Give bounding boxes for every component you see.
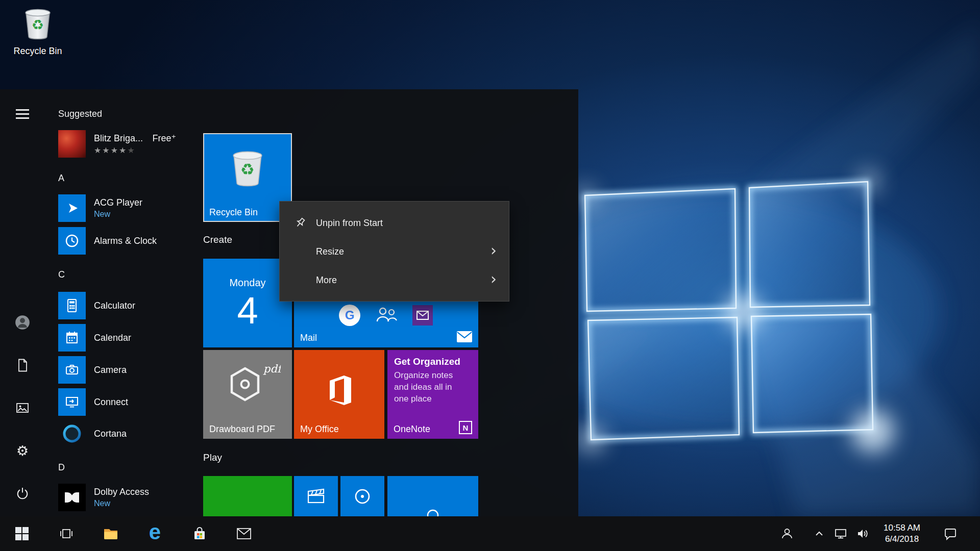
clock-time: 10:58 AM: [884, 522, 920, 534]
onenote-mini-icon: N: [459, 421, 472, 434]
mail-taskbar-icon: [237, 528, 251, 539]
recycle-bin-icon: ♻: [21, 4, 54, 42]
task-view-button[interactable]: [44, 516, 88, 551]
app-list-item-cortana[interactable]: Cortana: [58, 420, 211, 447]
tile-groove-music[interactable]: [340, 476, 384, 516]
section-letter-a[interactable]: A: [58, 172, 64, 184]
file-explorer-button[interactable]: [88, 516, 133, 551]
tile-wide-blue[interactable]: [387, 476, 478, 516]
start-button[interactable]: [0, 516, 44, 551]
mail-button[interactable]: [222, 516, 266, 551]
connect-icon: [58, 388, 86, 416]
mail-envelope-icon: [457, 331, 472, 342]
acg-player-icon: [58, 194, 86, 222]
dolby-access-icon: [58, 484, 86, 511]
documents-button[interactable]: [8, 353, 37, 378]
app-list-item-calendar[interactable]: Calendar: [58, 324, 211, 352]
app-list-item-calculator[interactable]: Calculator: [58, 292, 211, 319]
drawboard-hexagon-icon: pdf: [214, 361, 281, 414]
speaker-icon: [856, 528, 869, 539]
app-list-item-camera[interactable]: Camera: [58, 356, 211, 384]
office365-account-icon: [412, 305, 433, 325]
store-button[interactable]: [177, 516, 222, 551]
outlook-accounts-icon: [375, 305, 398, 325]
taskbar-clock[interactable]: 10:58 AM 6/4/2018: [874, 516, 930, 551]
camera-icon: [58, 356, 86, 384]
recycle-symbol-glyph: ♻: [240, 160, 255, 179]
people-button[interactable]: [774, 516, 800, 551]
tile-label: OneNote: [394, 424, 430, 435]
app-name: Connect: [94, 396, 128, 408]
user-account-button[interactable]: [8, 310, 37, 335]
cortana-icon: [58, 420, 86, 447]
stars-filled-icon: ★★★★: [94, 145, 127, 155]
settings-button[interactable]: ⚙: [8, 438, 37, 463]
app-list-item-connect[interactable]: Connect: [58, 388, 211, 416]
context-menu-item-label: Resize: [316, 246, 344, 257]
context-menu-item-unpin[interactable]: Unpin from Start: [280, 209, 509, 237]
context-menu-item-label: More: [316, 275, 337, 286]
app-name: Alarms & Clock: [94, 235, 157, 247]
suggested-header: Suggested: [58, 108, 102, 120]
partial-tile-icon: [426, 509, 439, 516]
tile-xbox[interactable]: [203, 476, 292, 516]
desktop-icon-recycle-bin[interactable]: ♻ Recycle Bin: [9, 4, 66, 57]
tile-recycle-bin[interactable]: ♻ Recycle Bin: [203, 133, 292, 222]
edge-button[interactable]: e: [133, 516, 177, 551]
action-center-button[interactable]: [937, 516, 964, 551]
pictures-button[interactable]: [8, 396, 37, 420]
clock-date: 6/4/2018: [885, 534, 919, 545]
tile-label: Mail: [300, 333, 317, 343]
app-list-item-dolby-access[interactable]: Dolby Access New: [58, 484, 211, 511]
context-menu-item-more[interactable]: More ›: [280, 266, 509, 294]
tile-movies-tv[interactable]: [294, 476, 338, 516]
section-letter-d[interactable]: D: [58, 461, 65, 473]
action-center-icon: [944, 527, 957, 540]
office-logo-icon: [324, 373, 355, 407]
store-icon: [192, 526, 207, 541]
taskbar: e: [0, 516, 980, 551]
suggested-app-price: Free⁺: [152, 133, 176, 143]
calendar-icon: [58, 324, 86, 352]
app-name: ACG Player: [94, 196, 142, 209]
app-list-item-acg-player[interactable]: ACG Player New: [58, 194, 211, 222]
star-empty-icon: ★: [127, 145, 135, 155]
menu-hamburger-button[interactable]: [8, 102, 37, 126]
context-menu-item-label: Unpin from Start: [316, 218, 383, 229]
tile-drawboard-pdf[interactable]: pdf Drawboard PDF: [203, 350, 292, 439]
submenu-chevron-icon: ›: [491, 271, 497, 287]
app-list-item-suggested-blitz[interactable]: Blitz Briga... Free⁺ ★★★★★: [58, 130, 211, 158]
blitz-brigade-icon: [58, 130, 86, 158]
context-menu-item-resize[interactable]: Resize ›: [280, 237, 509, 266]
windows-logo-icon: [15, 527, 29, 540]
edge-icon: e: [149, 521, 161, 543]
chevron-up-icon: [814, 529, 824, 538]
tile-label: My Office: [300, 424, 339, 435]
tile-calendar[interactable]: Monday 4: [203, 259, 292, 347]
desktop: ♻ Recycle Bin: [0, 0, 980, 551]
tile-group-create[interactable]: Create: [203, 234, 232, 246]
power-button[interactable]: [8, 481, 37, 506]
onenote-n-glyph: N: [463, 423, 469, 432]
tile-group-play[interactable]: Play: [203, 452, 222, 464]
app-new-badge: New: [94, 209, 142, 220]
app-name: Calculator: [94, 299, 135, 312]
people-icon: [780, 527, 794, 540]
app-name: Dolby Access: [94, 486, 149, 498]
onenote-headline: Get Organized: [394, 356, 460, 367]
network-status-button[interactable]: [829, 516, 852, 551]
app-list-item-alarms-clock[interactable]: Alarms & Clock: [58, 227, 211, 255]
recycle-symbol-glyph: ♻: [32, 17, 44, 33]
tile-my-office[interactable]: My Office: [294, 350, 384, 439]
app-new-badge: New: [94, 498, 149, 509]
show-hidden-icons-button[interactable]: [808, 516, 830, 551]
user-icon: [14, 314, 31, 331]
volume-button[interactable]: [851, 516, 874, 551]
section-letter-c[interactable]: C: [58, 268, 65, 281]
desktop-icon-label: Recycle Bin: [9, 46, 66, 57]
tile-onenote[interactable]: Get Organized Organize notes and ideas a…: [387, 350, 478, 439]
google-account-icon: G: [339, 305, 360, 326]
unpin-icon: [294, 217, 306, 229]
power-icon: [15, 486, 30, 500]
star-rating: ★★★★★: [94, 145, 176, 156]
